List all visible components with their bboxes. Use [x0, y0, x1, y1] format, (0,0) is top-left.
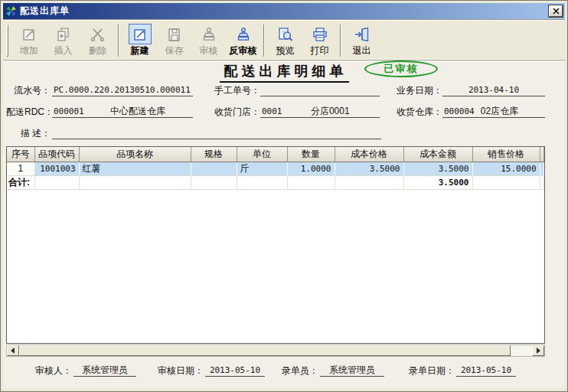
auditor-value[interactable]: 系统管理员 [73, 364, 136, 377]
detail-grid: 序号 品项代码 品项名称 规格 单位 数量 成本价格 成本金额 销售价格 1 1… [6, 146, 545, 344]
auditor-label: 审核人： [15, 365, 73, 377]
field-store: 收货门店： 0001 分店0001 [214, 105, 380, 118]
unaudit-stamp-icon [232, 24, 255, 44]
print-icon [308, 24, 331, 44]
toolbar-separator [263, 24, 265, 57]
new-note-icon [129, 24, 152, 44]
col-header-cost-amount: 成本金额 [403, 147, 472, 162]
toolbar-button-print[interactable]: 打印 [302, 23, 337, 57]
rdc-value[interactable]: 000001 中心配送仓库 [52, 106, 193, 118]
field-auditor: 审核人： 系统管理员 [15, 364, 136, 377]
col-header-qty: 数量 [287, 147, 335, 162]
scrollbar-track[interactable] [511, 345, 532, 356]
save-floppy-icon [163, 24, 186, 44]
toolbar-button-insert[interactable]: 插入 [46, 23, 80, 57]
scroll-right-icon [536, 348, 540, 354]
col-header-sale-price: 销售价格 [472, 147, 540, 162]
toolbar-separator [118, 24, 119, 57]
store-label: 收货门店： [214, 106, 260, 118]
scrollbar-thumb[interactable] [19, 345, 511, 356]
toolbar-button-save[interactable]: 保存 [157, 23, 191, 57]
insert-pages-icon [52, 24, 75, 44]
exit-door-icon [351, 24, 374, 44]
business-date-value[interactable]: 2013-04-10 [442, 84, 545, 96]
scroll-left-button[interactable] [7, 345, 19, 356]
app-window: 配送出库单 增加 插入 删除 [0, 0, 568, 392]
col-header-seq: 序号 [7, 147, 34, 162]
entry-date-value[interactable]: 2013-05-10 [456, 364, 516, 377]
add-note-icon [18, 24, 41, 44]
field-rdc: 配送RDC： 000001 中心配送仓库 [6, 105, 193, 118]
col-header-unit: 单位 [237, 147, 287, 162]
manual-no-label: 手工单号： [214, 85, 260, 96]
toolbar-separator [340, 24, 341, 57]
business-date-label: 业务日期： [397, 85, 442, 96]
col-header-item-code: 品项代码 [34, 147, 79, 162]
clerk-value[interactable]: 系统管理员 [320, 364, 384, 377]
toolbar-button-new[interactable]: 新建 [122, 23, 157, 57]
total-cost-amount: 3.5000 [403, 175, 472, 189]
toolbar-button-audit[interactable]: 审核 [191, 23, 226, 57]
toolbar-button-exit[interactable]: 退出 [344, 23, 379, 57]
store-value[interactable]: 0001 分店0001 [260, 106, 380, 118]
col-header-spec: 规格 [191, 147, 237, 162]
field-serial-no: 流水号： PC.0000.220.20130510.000011 [6, 83, 193, 96]
audit-date-value[interactable]: 2013-05-10 [205, 364, 265, 377]
grid-horizontal-scrollbar [6, 345, 545, 357]
field-manual-no: 手工单号： [214, 83, 380, 96]
toolbar-button-preview[interactable]: 预览 [268, 23, 302, 57]
description-input[interactable] [52, 127, 381, 139]
delete-scissors-icon [87, 24, 109, 44]
description-label: 描 述： [6, 128, 52, 139]
toolbar-button-delete[interactable]: 删除 [80, 23, 115, 57]
field-recv-warehouse: 收货仓库： 000004 02店仓库 [397, 105, 545, 118]
clerk-label: 录单员： [276, 365, 320, 377]
preview-magnifier-icon [274, 24, 297, 44]
titlebar: 配送出库单 [3, 3, 565, 19]
field-description: 描 述： [6, 126, 381, 139]
serial-no-label: 流水号： [6, 85, 52, 96]
entry-date-label: 录单日期： [401, 365, 456, 377]
field-entry-date: 录单日期： 2013-05-10 [401, 364, 516, 377]
rdc-label: 配送RDC： [6, 106, 52, 118]
field-audit-date: 审核日期： 2013-05-10 [150, 364, 265, 377]
form-client-area: 配送出库明细单 已审核 流水号： PC.0000.220.20130510.00… [3, 60, 565, 388]
grid-data-row[interactable]: 1 1001003 红薯 斤 1.0000 3.5000 3.5000 15.0… [7, 162, 544, 175]
audit-stamp-icon [197, 24, 220, 44]
field-clerk: 录单员： 系统管理员 [276, 364, 384, 377]
col-header-cost-price: 成本价格 [335, 147, 403, 162]
col-header-extra [540, 147, 544, 162]
audit-date-label: 审核日期： [150, 365, 205, 377]
window-title: 配送出库单 [17, 5, 549, 18]
toolbar-grip[interactable] [6, 24, 8, 57]
manual-no-input[interactable] [260, 84, 380, 96]
app-logo-icon [5, 5, 17, 17]
audited-stamp: 已审核 [364, 60, 438, 77]
col-header-item-name: 品项名称 [79, 147, 191, 162]
close-button[interactable] [549, 5, 563, 17]
grid-header-row: 序号 品项代码 品项名称 规格 单位 数量 成本价格 成本金额 销售价格 [7, 147, 544, 162]
scroll-right-button[interactable] [532, 345, 544, 356]
document-title: 配送出库明细单 [3, 62, 565, 83]
toolbar-button-unaudit[interactable]: 反审核 [226, 23, 260, 57]
toolbar-button-add[interactable]: 增加 [11, 23, 46, 57]
grid-total-row: 合计: 3.5000 [7, 175, 544, 189]
toolbar: 增加 插入 删除 新建 保存 [3, 19, 565, 60]
close-icon [553, 8, 560, 15]
total-label: 合计: [7, 175, 34, 189]
field-business-date: 业务日期： 2013-04-10 [397, 83, 545, 96]
recv-warehouse-value[interactable]: 000004 02店仓库 [442, 106, 545, 118]
serial-no-value[interactable]: PC.0000.220.20130510.000011 [52, 84, 193, 96]
recv-warehouse-label: 收货仓库： [397, 106, 442, 118]
scroll-left-icon [11, 348, 15, 354]
